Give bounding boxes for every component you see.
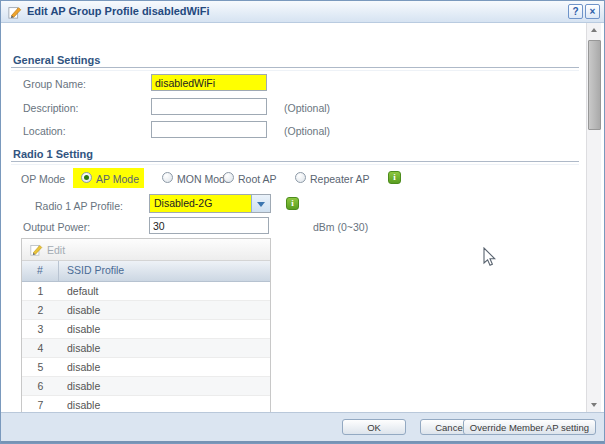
- output-power-input[interactable]: [149, 217, 269, 234]
- radio-root-ap[interactable]: [223, 172, 234, 183]
- row-profile: disable: [59, 377, 270, 395]
- radio-ap-mode[interactable]: [81, 172, 92, 183]
- radio-repeater-ap-label[interactable]: Repeater AP: [310, 173, 370, 185]
- edit-ap-group-profile-dialog: Edit AP Group Profile disabledWiFi ? × G…: [0, 0, 605, 444]
- row-profile: disable: [59, 320, 270, 338]
- arrow-down-icon: [591, 403, 597, 407]
- column-header-number[interactable]: #: [22, 261, 59, 281]
- override-member-ap-setting-button[interactable]: Override Member AP setting: [463, 419, 596, 435]
- ap-profile-dropdown[interactable]: Disabled-2G: [149, 194, 271, 213]
- description-input[interactable]: [151, 98, 267, 115]
- row-number: 3: [22, 320, 59, 338]
- close-button[interactable]: ×: [585, 4, 600, 19]
- edit-pencil-icon: [8, 5, 22, 19]
- scroll-up-button[interactable]: [587, 23, 601, 38]
- table-row[interactable]: 2disable: [22, 301, 270, 320]
- output-power-unit: dBm (0~30): [313, 221, 368, 233]
- vertical-scrollbar[interactable]: [586, 23, 601, 412]
- ap-profile-info-icon[interactable]: i: [286, 197, 299, 210]
- row-number: 1: [22, 282, 59, 300]
- row-number: 2: [22, 301, 59, 319]
- dialog-title: Edit AP Group Profile disabledWiFi: [27, 1, 210, 22]
- ap-profile-dropdown-button[interactable]: [251, 195, 270, 212]
- help-button[interactable]: ?: [568, 4, 583, 19]
- table-row[interactable]: 6disable: [22, 377, 270, 396]
- table-row[interactable]: 4disable: [22, 339, 270, 358]
- location-label: Location:: [23, 125, 66, 137]
- chevron-down-icon: [257, 202, 265, 207]
- edit-pencil-icon: [30, 243, 43, 256]
- radio-mon-mode[interactable]: [162, 172, 173, 183]
- ssid-table-header: # SSID Profile: [22, 261, 270, 282]
- scroll-down-button[interactable]: [587, 397, 601, 412]
- table-row[interactable]: 5disable: [22, 358, 270, 377]
- table-row[interactable]: 1default: [22, 282, 270, 301]
- row-profile: disable: [59, 339, 270, 357]
- edit-button[interactable]: Edit: [25, 241, 70, 258]
- ssid-table-toolbar: Edit: [22, 239, 270, 261]
- op-mode-label: OP Mode: [21, 173, 65, 185]
- row-profile: disable: [59, 358, 270, 376]
- row-profile: default: [59, 282, 270, 300]
- description-label: Description:: [23, 102, 78, 114]
- table-row[interactable]: 3disable: [22, 320, 270, 339]
- radio-ap-mode-label[interactable]: AP Mode: [96, 173, 139, 185]
- general-settings-heading: General Settings: [13, 54, 100, 66]
- ap-profile-selected-value: Disabled-2G: [150, 195, 252, 212]
- location-input[interactable]: [151, 121, 267, 138]
- edit-button-label: Edit: [47, 244, 65, 256]
- ap-profile-label: Radio 1 AP Profile:: [35, 200, 123, 212]
- scrollbar-thumb[interactable]: [588, 40, 601, 130]
- radio-root-ap-label[interactable]: Root AP: [238, 173, 277, 185]
- description-optional-hint: (Optional): [284, 102, 330, 114]
- location-optional-hint: (Optional): [284, 125, 330, 137]
- op-mode-info-icon[interactable]: i: [388, 171, 401, 184]
- output-power-label: Output Power:: [23, 221, 90, 233]
- general-settings-divider: [11, 67, 579, 71]
- arrow-up-icon: [591, 28, 597, 32]
- group-name-label: Group Name:: [23, 78, 86, 90]
- mouse-cursor: [481, 247, 496, 268]
- dialog-footer: OK Cancel Override Member AP setting: [1, 412, 604, 441]
- radio1-setting-divider: [11, 161, 579, 165]
- radio-repeater-ap[interactable]: [295, 172, 306, 183]
- ssid-profile-table: Edit # SSID Profile 1default 2disable 3d…: [21, 238, 271, 434]
- row-number: 6: [22, 377, 59, 395]
- ok-button[interactable]: OK: [342, 419, 406, 435]
- column-header-ssid-profile[interactable]: SSID Profile: [59, 261, 270, 281]
- row-number: 5: [22, 358, 59, 376]
- dialog-content: General Settings Group Name: Description…: [1, 23, 604, 412]
- dialog-titlebar: Edit AP Group Profile disabledWiFi ? ×: [1, 1, 604, 23]
- row-profile: disable: [59, 301, 270, 319]
- group-name-input[interactable]: [151, 74, 267, 91]
- row-number: 4: [22, 339, 59, 357]
- radio-selected-dot: [84, 175, 89, 180]
- radio1-setting-heading: Radio 1 Setting: [13, 148, 93, 160]
